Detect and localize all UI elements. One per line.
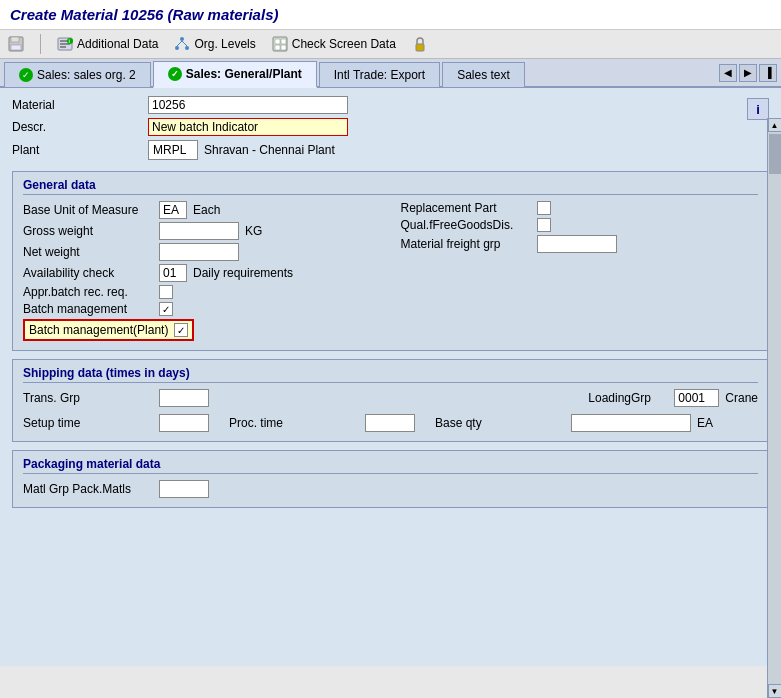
base-qty-label: Base qty	[435, 416, 565, 430]
descr-label: Descr.	[12, 120, 142, 134]
header-right: i	[747, 96, 769, 163]
svg-rect-1	[11, 37, 19, 42]
batch-management-checkbox[interactable]	[159, 302, 173, 316]
general-data-left: Base Unit of Measure Each Gross weight K…	[23, 201, 381, 344]
svg-rect-18	[281, 45, 286, 50]
base-qty-input[interactable]	[571, 414, 691, 432]
check-screen-data-button[interactable]: Check Screen Data	[272, 36, 396, 52]
shipping-data-title: Shipping data (times in days)	[23, 366, 758, 383]
gross-weight-label: Gross weight	[23, 224, 153, 238]
main-content: Material Descr. Plant Shravan - Chennai …	[0, 88, 781, 666]
packaging-data-title: Packaging material data	[23, 457, 758, 474]
svg-point-9	[180, 37, 184, 41]
shipping-data-section: Shipping data (times in days) Trans. Grp…	[12, 359, 769, 442]
loading-grp-row: LoadingGrp Crane	[588, 389, 758, 407]
matl-grp-label: Matl Grp Pack.Matls	[23, 482, 153, 496]
general-data-grid: Base Unit of Measure Each Gross weight K…	[23, 201, 758, 344]
tab-label-sales-org-2: Sales: sales org. 2	[37, 68, 136, 82]
svg-line-13	[182, 41, 187, 46]
tab-next-button[interactable]: ▶	[739, 64, 757, 82]
header-section: Material Descr. Plant Shravan - Chennai …	[12, 96, 769, 163]
material-input[interactable]	[148, 96, 348, 114]
lock-button[interactable]	[412, 36, 428, 52]
tab-last-button[interactable]: ▐	[759, 64, 777, 82]
material-row: Material	[12, 96, 739, 114]
proc-time-label: Proc. time	[229, 416, 359, 430]
tab-sales-text[interactable]: Sales text	[442, 62, 525, 87]
gross-weight-row: Gross weight KG	[23, 222, 381, 240]
packaging-data-section: Packaging material data Matl Grp Pack.Ma…	[12, 450, 769, 508]
appr-batch-row: Appr.batch rec. req.	[23, 285, 381, 299]
tab-icon-sales-org-2: ✓	[19, 68, 33, 82]
matl-grp-input[interactable]	[159, 480, 209, 498]
general-data-right: Replacement Part Qual.fFreeGoodsDis. Mat…	[401, 201, 759, 344]
proc-time-row: Proc. time	[229, 414, 415, 432]
loading-grp-desc: Crane	[725, 391, 758, 405]
plant-code-input[interactable]	[148, 140, 198, 160]
qual-free-goods-checkbox[interactable]	[537, 218, 551, 232]
batch-management-row: Batch management	[23, 302, 381, 316]
gross-weight-input[interactable]	[159, 222, 239, 240]
material-freight-label: Material freight grp	[401, 237, 531, 251]
tab-sales-org-2[interactable]: ✓ Sales: sales org. 2	[4, 62, 151, 87]
material-label: Material	[12, 98, 142, 112]
availability-check-row: Availability check Daily requirements	[23, 264, 381, 282]
svg-rect-2	[11, 45, 21, 50]
general-data-section: General data Base Unit of Measure Each G…	[12, 171, 769, 351]
appr-batch-label: Appr.batch rec. req.	[23, 285, 153, 299]
header-fields: Material Descr. Plant Shravan - Chennai …	[12, 96, 739, 163]
additional-data-label: Additional Data	[77, 37, 158, 51]
info-button[interactable]: i	[747, 98, 769, 120]
net-weight-row: Net weight	[23, 243, 381, 261]
scrollbar-thumb[interactable]	[769, 134, 781, 174]
tabs-bar: ✓ Sales: sales org. 2 ✓ Sales: General/P…	[0, 59, 781, 88]
svg-rect-19	[416, 44, 424, 51]
svg-rect-15	[275, 39, 280, 44]
qual-free-goods-label: Qual.fFreeGoodsDis.	[401, 218, 531, 232]
title-bar: Create Material 10256 (Raw materials)	[0, 0, 781, 30]
trans-grp-label: Trans. Grp	[23, 391, 153, 405]
loading-grp-label: LoadingGrp	[588, 391, 668, 405]
setup-time-row: Setup time	[23, 414, 209, 432]
replacement-part-checkbox[interactable]	[537, 201, 551, 215]
base-unit-unit: Each	[193, 203, 220, 217]
base-qty-row: Base qty EA	[435, 414, 713, 432]
batch-management-plant-row: Batch management(Plant)	[23, 319, 194, 341]
descr-input[interactable]	[148, 118, 348, 136]
shipping-row-1: Trans. Grp LoadingGrp Crane	[23, 389, 758, 410]
org-levels-button[interactable]: Org. Levels	[174, 36, 255, 52]
proc-time-input[interactable]	[365, 414, 415, 432]
general-data-title: General data	[23, 178, 758, 195]
appr-batch-checkbox[interactable]	[159, 285, 173, 299]
svg-line-12	[177, 41, 182, 46]
net-weight-input[interactable]	[159, 243, 239, 261]
setup-time-input[interactable]	[159, 414, 209, 432]
batch-management-label: Batch management	[23, 302, 153, 316]
save-button[interactable]	[8, 36, 24, 52]
qual-free-goods-row: Qual.fFreeGoodsDis.	[401, 218, 759, 232]
tab-sales-general-plant[interactable]: ✓ Sales: General/Plant	[153, 61, 317, 88]
check-screen-data-label: Check Screen Data	[292, 37, 396, 51]
tab-label-sales-text: Sales text	[457, 68, 510, 82]
scrollbar-down-button[interactable]: ▼	[768, 684, 782, 698]
tab-navigation: ◀ ▶ ▐	[719, 64, 777, 82]
batch-management-plant-checkbox[interactable]	[174, 323, 188, 337]
org-levels-icon	[174, 36, 190, 52]
trans-grp-input[interactable]	[159, 389, 209, 407]
availability-check-label: Availability check	[23, 266, 153, 280]
material-freight-input[interactable]	[537, 235, 617, 253]
svg-point-11	[185, 46, 189, 50]
loading-grp-input[interactable]	[674, 389, 719, 407]
matl-grp-row: Matl Grp Pack.Matls	[23, 480, 758, 498]
tab-prev-button[interactable]: ◀	[719, 64, 737, 82]
tab-intl-trade-export[interactable]: Intl Trade: Export	[319, 62, 440, 87]
plant-row: Plant Shravan - Chennai Plant	[12, 140, 739, 160]
org-levels-label: Org. Levels	[194, 37, 255, 51]
availability-check-input[interactable]	[159, 264, 187, 282]
scrollbar-up-button[interactable]: ▲	[768, 118, 782, 132]
scrollbar[interactable]: ▲ ▼	[767, 118, 781, 698]
base-unit-input[interactable]	[159, 201, 187, 219]
tab-label-intl-trade-export: Intl Trade: Export	[334, 68, 425, 82]
availability-check-unit: Daily requirements	[193, 266, 293, 280]
additional-data-button[interactable]: i Additional Data	[57, 36, 158, 52]
